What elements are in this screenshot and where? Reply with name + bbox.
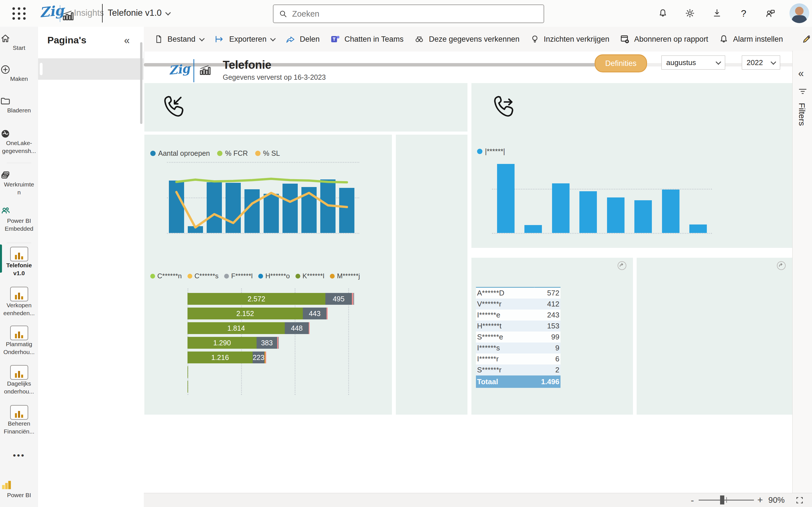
report-switcher[interactable]: Telefonie v1.0: [108, 8, 170, 18]
page-item-inkomende-gesprekken[interactable]: [38, 81, 144, 102]
table-row[interactable]: S******r2: [476, 364, 560, 376]
wachtrij-bar-segment[interactable]: [278, 337, 279, 349]
page-item-terugbelverzoeken[interactable]: [38, 216, 144, 237]
report-refresh-date: Gegevens ververst op 16-3-2023: [223, 73, 326, 81]
sidebar-item-maken[interactable]: Maken: [0, 64, 38, 83]
toolbar-bestand[interactable]: Bestand: [154, 34, 204, 44]
year-dropdown[interactable]: 2022: [742, 55, 780, 69]
legend-dot: [150, 274, 155, 279]
toolbar-abonneren-op-rapport[interactable]: Abonneren op rapport: [619, 34, 708, 45]
page-item-inkomend-agent[interactable]: [38, 149, 144, 170]
wachtrij-bar-segment[interactable]: 495: [325, 293, 352, 305]
settings-gear-icon[interactable]: [684, 8, 696, 19]
filter-funnel-icon[interactable]: [798, 87, 808, 97]
pages-panel-title: Pagina's: [47, 35, 86, 46]
omschrijving-bar[interactable]: [497, 164, 515, 233]
table-row[interactable]: I******r6: [476, 353, 560, 364]
sidebar-item-powerbi[interactable]: Power BIEmbedded: [0, 206, 38, 233]
search-box[interactable]: [273, 4, 544, 23]
legend-dot: [150, 151, 156, 156]
omschrijving-bar[interactable]: [552, 183, 569, 233]
sidebar-item-werkruimte[interactable]: Werkruimten: [0, 170, 38, 196]
legend-label: F******l: [231, 272, 253, 280]
zoom-out-button[interactable]: -: [691, 495, 694, 506]
wachtrij-bar-segment[interactable]: [309, 322, 310, 334]
partner-cell: S******e: [476, 332, 535, 342]
wachtrij-bar-segment[interactable]: 448: [285, 322, 309, 334]
omschrijving-bar[interactable]: [524, 225, 542, 233]
zoom-slider-thumb[interactable]: [720, 496, 724, 504]
toolbar-deze-gegevens-verkennen[interactable]: Deze gegevens verkennen: [414, 34, 519, 44]
expand-filters-icon[interactable]: «: [798, 68, 804, 79]
toolbar-chatten-in-teams[interactable]: Chatten in Teams: [330, 34, 404, 45]
sidebar-item-label: Start: [0, 44, 38, 52]
wachtrij-bar-segment[interactable]: 2.572: [188, 293, 325, 305]
page-item-startpagina[interactable]: [38, 58, 144, 80]
toolbar-alarm-instellen[interactable]: Alarm instellen: [718, 34, 783, 45]
report-icon: [0, 287, 38, 301]
sidebar-report-beheren[interactable]: BeherenFinanciën...: [0, 405, 38, 436]
wachtrij-bar-segment[interactable]: 383: [257, 337, 277, 349]
wachtrij-bar-segment[interactable]: 443: [303, 307, 326, 320]
sidebar-item-start[interactable]: Start: [0, 33, 38, 52]
omschrijving-bar[interactable]: [662, 189, 679, 233]
page-item-inkomend-week[interactable]: [38, 103, 144, 125]
page-item-inkomend-dag[interactable]: [38, 126, 144, 147]
sidebar-item-bladeren[interactable]: Bladeren: [0, 96, 38, 114]
fit-to-page-icon[interactable]: [794, 496, 805, 505]
wachtrij-bar-segment[interactable]: 1.814: [188, 322, 285, 334]
more-options-button[interactable]: •••: [0, 451, 38, 460]
page-item-transfer[interactable]: [38, 193, 144, 215]
chevron-down-icon: [165, 10, 171, 15]
wachtrij-bar-segment[interactable]: [188, 366, 188, 378]
omschrijving-bar[interactable]: [635, 200, 652, 233]
bar-value-label: 495: [325, 293, 352, 305]
sidebar-item-onelake[interactable]: OneLake-gegevensh...: [0, 128, 38, 155]
month-dropdown[interactable]: augustus: [661, 55, 725, 69]
wachtrij-bar-segment[interactable]: 223: [253, 351, 264, 363]
wachtrij-bar-segment[interactable]: [265, 351, 266, 363]
table-row[interactable]: I******e243: [476, 309, 560, 321]
toolbar-delen[interactable]: Delen: [285, 34, 320, 44]
definities-button[interactable]: Definities: [595, 54, 647, 72]
app-launcher-icon[interactable]: [12, 7, 27, 20]
toolbar-inzichten-verkrijgen[interactable]: Inzichten verkrijgen: [530, 34, 610, 44]
table-row[interactable]: H******t153: [476, 321, 560, 332]
wachtrij-bar-segment[interactable]: [353, 293, 354, 305]
plus-icon: [0, 64, 38, 75]
powerbi-home-button[interactable]: Power BI: [0, 479, 38, 499]
omschrijving-bar[interactable]: [689, 224, 707, 233]
table-row[interactable]: I******s9: [476, 342, 560, 353]
wachtrij-bar-segment[interactable]: [188, 381, 188, 393]
table-row[interactable]: V******r412: [476, 298, 560, 309]
wachtrij-bar-segment[interactable]: 1.216: [188, 351, 253, 363]
wachtrij-bar-segment[interactable]: [326, 307, 327, 320]
pages-scrollbar[interactable]: [140, 42, 142, 124]
sidebar-report-dagelijks[interactable]: Dagelijksonderhou...: [0, 365, 38, 395]
drillthrough-icon[interactable]: [776, 261, 786, 271]
drillthrough-icon[interactable]: [617, 261, 627, 271]
table-row[interactable]: A******D572: [476, 288, 560, 298]
feedback-icon[interactable]: [765, 8, 776, 19]
download-icon[interactable]: [712, 8, 723, 19]
help-icon[interactable]: ?: [741, 8, 752, 19]
wachtrij-bar-segment[interactable]: 2.152: [188, 307, 303, 320]
omschrijving-bar[interactable]: [579, 191, 597, 233]
sidebar-report-telefonie[interactable]: Telefoniev1.0: [0, 247, 38, 277]
onelake-icon: [0, 128, 38, 139]
table-row[interactable]: S******e99: [476, 332, 560, 342]
sidebar-report-planmatig[interactable]: PlanmatigOnderhou...: [0, 326, 38, 356]
year-dropdown-value: 2022: [747, 58, 763, 67]
toolbar-bew[interactable]: Bew: [802, 34, 812, 44]
sidebar-report-verkopen[interactable]: Verkopeneenheden...: [0, 287, 38, 317]
wachtrij-bar-segment[interactable]: 1.290: [188, 337, 257, 349]
page-item-uitgaande-gesprekken[interactable]: [38, 171, 144, 192]
omschrijving-bar[interactable]: [607, 198, 624, 233]
toolbar-exporteren[interactable]: Exporteren: [214, 34, 275, 44]
zoom-in-button[interactable]: +: [757, 494, 763, 505]
toolbar-item-label: Alarm instellen: [733, 35, 783, 44]
collapse-pages-icon[interactable]: «: [124, 35, 130, 47]
search-input[interactable]: [292, 9, 544, 19]
notifications-icon[interactable]: [658, 8, 669, 19]
user-avatar[interactable]: [790, 3, 809, 23]
